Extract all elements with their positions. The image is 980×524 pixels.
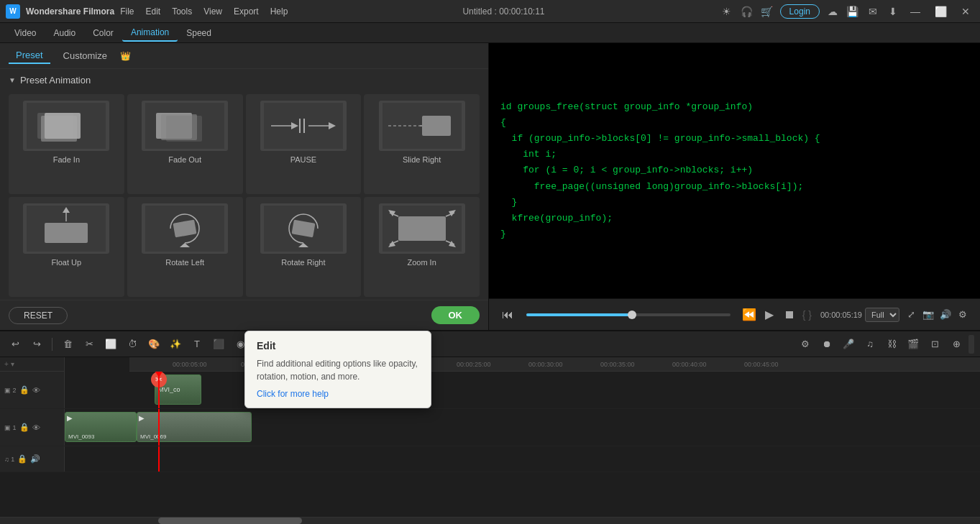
track-v1-visible[interactable]: 👁 — [32, 423, 40, 432]
detach-icon[interactable]: ⛓ — [882, 335, 901, 354]
crop2-button[interactable]: ⬛ — [209, 335, 228, 354]
end-bar-icon[interactable] — [968, 335, 974, 354]
track-v1-lock[interactable]: 🔒 — [19, 423, 29, 432]
video-preview: id groups_free(struct group_info *group_… — [489, 43, 980, 298]
menu-tools[interactable]: Tools — [172, 6, 192, 17]
sub-tab-customize[interactable]: Customize — [56, 48, 114, 63]
animation-item-rotate-left[interactable]: Rotate Left — [127, 197, 243, 297]
horizontal-scrollbar[interactable] — [0, 517, 980, 524]
track-audio-mute[interactable]: 🔊 — [30, 454, 40, 464]
ok-button[interactable]: OK — [431, 306, 480, 324]
login-button[interactable]: Login — [780, 4, 820, 19]
fullscreen-icon[interactable]: ⤢ — [902, 306, 920, 323]
slide-right-label: Slide Right — [403, 155, 441, 164]
cloud-icon[interactable]: ☁ — [825, 4, 840, 19]
track-v2-lock[interactable]: 🔒 — [19, 385, 29, 395]
sun-icon[interactable]: ☀ — [720, 4, 734, 19]
screenshot-icon[interactable]: 📷 — [920, 306, 937, 323]
preset-animation-title: Preset Animation — [20, 75, 91, 86]
scrollbar-thumb[interactable] — [158, 518, 302, 524]
quality-selector[interactable]: Full 1/2 1/4 — [865, 308, 899, 322]
progress-bar[interactable] — [526, 313, 731, 316]
project-title: Untitled : 00:00:10:11 — [462, 6, 544, 17]
download-icon[interactable]: ⬇ — [886, 4, 900, 19]
float-up-label: Float Up — [52, 258, 82, 267]
clip-v1-2[interactable]: ▶ MVI_0069 — [137, 412, 252, 442]
ruler-mark-40: 00:00:40:00 — [672, 361, 707, 368]
effects-button[interactable]: ✨ — [166, 335, 185, 354]
animation-item-slide-right[interactable]: Slide Right — [364, 94, 480, 194]
crop-button[interactable]: ⬜ — [101, 335, 120, 354]
minimize-button[interactable]: — — [906, 6, 925, 17]
sub-tab-preset[interactable]: Preset — [9, 47, 50, 64]
code-line-4: int i; — [500, 147, 968, 162]
tab-animation[interactable]: Animation — [122, 24, 178, 42]
redo-button[interactable]: ↪ — [27, 335, 46, 354]
menu-help[interactable]: Help — [270, 6, 288, 17]
animation-item-float-up[interactable]: Float Up — [9, 197, 124, 297]
animation-item-pause[interactable]: PAUSE — [246, 94, 362, 194]
scene-icon[interactable]: 🎬 — [904, 335, 922, 354]
close-button[interactable]: ✕ — [957, 6, 974, 17]
animation-item-fade-out[interactable]: Fade Out — [127, 94, 243, 194]
cut-button[interactable]: ✂ — [80, 335, 99, 354]
animation-item-fade-in[interactable]: Fade In — [9, 94, 124, 194]
zoom-fit-icon[interactable]: ⊡ — [925, 335, 944, 354]
tab-speed[interactable]: Speed — [178, 25, 220, 41]
reset-button[interactable]: RESET — [9, 307, 68, 324]
track-audio-lock[interactable]: 🔒 — [17, 454, 27, 464]
clip-v1-2-label: MVI_0069 — [140, 433, 166, 440]
clip-v1-1[interactable]: ▶ MVI_0093 — [65, 412, 137, 442]
tooltip-link[interactable]: Click for more help — [257, 389, 329, 399]
add-track-button[interactable]: + ▾ — [4, 360, 14, 368]
menu-view[interactable]: View — [203, 6, 222, 17]
track-record-icon[interactable]: ⏺ — [818, 335, 836, 354]
preset-animation-header[interactable]: ▼ Preset Animation — [0, 69, 488, 91]
track-body-v1[interactable]: ▶ MVI_0093 ▶ MVI_0069 — [65, 409, 980, 446]
track-header-v1: ▣ 1 🔒 👁 — [0, 409, 65, 446]
track-body-audio[interactable] — [65, 446, 980, 472]
track-header-ruler: + ▾ — [0, 357, 65, 372]
skip-back-button[interactable]: ⏮ — [498, 305, 518, 325]
message-icon[interactable]: ✉ — [866, 4, 880, 19]
voiceover-icon[interactable]: 🎤 — [839, 335, 858, 354]
play-forward-button[interactable]: ▶ — [759, 305, 779, 325]
tab-video[interactable]: Video — [6, 25, 45, 41]
menu-file[interactable]: File — [120, 6, 134, 17]
collapse-arrow-icon: ▼ — [9, 76, 16, 84]
menu-edit[interactable]: Edit — [145, 6, 160, 17]
tab-audio[interactable]: Audio — [45, 25, 84, 41]
track-v2-label: ▣ 2 — [4, 387, 17, 394]
menu-export[interactable]: Export — [234, 6, 259, 17]
animation-item-zoom-in[interactable]: Zoom In — [364, 197, 480, 297]
delete-button[interactable]: 🗑 — [58, 335, 77, 354]
color-button[interactable]: 🎨 — [145, 335, 163, 354]
volume-icon[interactable]: 🔊 — [937, 306, 954, 323]
code-line-5: for (i = 0; i < group_info->nblocks; i++… — [500, 162, 968, 178]
progress-thumb[interactable] — [628, 311, 636, 319]
svg-rect-31 — [398, 216, 446, 241]
track-v2-visible[interactable]: 👁 — [32, 386, 40, 395]
track-body-v2[interactable]: ✂ MVI_co ▶ — [65, 372, 980, 408]
undo-button[interactable]: ↩ — [6, 335, 24, 354]
track-header-audio: ♫ 1 🔒 🔊 — [0, 446, 65, 472]
stop-button[interactable]: ⏹ — [779, 305, 800, 325]
save-icon[interactable]: 💾 — [846, 4, 860, 19]
cart-icon[interactable]: 🛒 — [760, 4, 774, 19]
fade-out-label: Fade Out — [168, 155, 201, 164]
speed-button[interactable]: ⏱ — [123, 335, 142, 354]
tab-color[interactable]: Color — [84, 25, 122, 41]
maximize-button[interactable]: ⬜ — [930, 6, 951, 17]
play-back-button[interactable]: ⏪ — [739, 305, 759, 325]
add-icon[interactable]: ⊕ — [947, 335, 966, 354]
music-icon[interactable]: ♫ — [861, 335, 879, 354]
headset-icon[interactable]: 🎧 — [740, 4, 754, 19]
code-line-9: } — [500, 226, 968, 242]
settings-icon[interactable]: ⚙ — [954, 306, 971, 323]
right-panel: id groups_free(struct group_info *group_… — [489, 43, 980, 330]
track-v1-label: ▣ 1 — [4, 424, 17, 431]
titlebar-menus: File Edit Tools View Export Help — [120, 6, 288, 17]
animation-item-rotate-right[interactable]: Rotate Right — [246, 197, 362, 297]
track-settings-icon[interactable]: ⚙ — [796, 335, 815, 354]
text-button[interactable]: T — [188, 335, 206, 354]
